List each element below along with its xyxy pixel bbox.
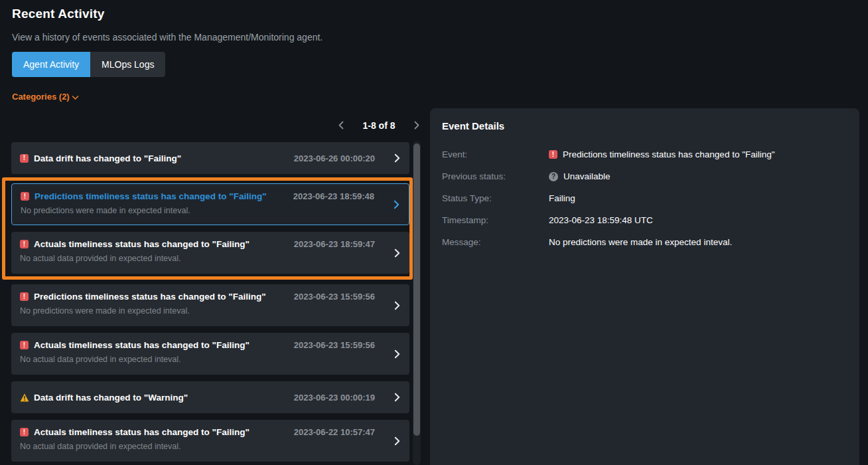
- detail-row: Message: No predictions were made in exp…: [442, 236, 847, 248]
- event-list-item[interactable]: ! Actuals timeliness status has changed …: [11, 420, 409, 462]
- detail-value: ? Unavailable: [549, 171, 611, 182]
- event-timestamp: 2023-06-26 00:00:20: [286, 153, 399, 163]
- event-timestamp: 2023-06-22 10:57:47: [286, 427, 399, 437]
- detail-value-text: Predictions timeliness status has change…: [563, 149, 775, 160]
- chevron-left-icon: [338, 121, 344, 130]
- event-message: No actual data provided in expected inte…: [20, 355, 399, 364]
- pagination-next-button[interactable]: [413, 120, 421, 131]
- event-timestamp: 2023-06-23 18:59:47: [286, 239, 399, 249]
- error-icon: !: [20, 428, 29, 436]
- event-row: ! Actuals timeliness status has changed …: [20, 340, 399, 350]
- tab-agent-activity[interactable]: Agent Activity: [12, 52, 90, 77]
- detail-value-text: Failing: [549, 193, 575, 204]
- pagination-range: 1-8 of 8: [362, 120, 395, 131]
- event-list-item[interactable]: ! Data drift has changed to "Failing" 20…: [11, 142, 409, 174]
- event-row: ! Data drift has changed to "Failing" 20…: [20, 153, 399, 163]
- detail-row: Status Type: Failing: [442, 193, 847, 204]
- detail-value-text: No predictions were made in expected int…: [549, 236, 732, 248]
- detail-value: 2023-06-23 18:59:48 UTC: [549, 215, 653, 226]
- event-details-title: Event Details: [442, 120, 847, 132]
- categories-toggle[interactable]: Categories (2): [12, 92, 79, 102]
- detail-value: No predictions were made in expected int…: [549, 236, 732, 248]
- error-icon: !: [21, 192, 29, 201]
- event-title: Predictions timeliness status has change…: [34, 292, 266, 302]
- event-timestamp: 2023-06-23 15:59:56: [286, 292, 399, 302]
- chevron-right-icon[interactable]: [394, 393, 400, 402]
- event-title: Predictions timeliness status has change…: [35, 191, 267, 201]
- event-row: Data drift has changed to "Warning" 2023…: [20, 393, 399, 403]
- event-details-rows: Event: ! Predictions timeliness status h…: [442, 149, 847, 248]
- event-details-panel: Event Details Event: ! Predictions timel…: [430, 108, 859, 465]
- event-title: Data drift has changed to "Warning": [34, 393, 188, 403]
- chevron-right-icon[interactable]: [394, 153, 400, 163]
- event-row: ! Predictions timeliness status has chan…: [21, 191, 398, 201]
- error-icon: !: [549, 150, 557, 159]
- pagination: 1-8 of 8: [337, 120, 421, 131]
- detail-row: Event: ! Predictions timeliness status h…: [442, 149, 847, 160]
- event-message: No predictions were made in expected int…: [21, 206, 398, 215]
- error-icon: !: [20, 154, 29, 163]
- chevron-right-icon[interactable]: [394, 248, 400, 258]
- event-title: Actuals timeliness status has changed to…: [34, 427, 250, 437]
- event-title: Data drift has changed to "Failing": [34, 153, 181, 163]
- event-message: No predictions were made in expected int…: [20, 306, 399, 316]
- event-message: No actual data provided in expected inte…: [20, 254, 399, 263]
- pagination-prev-button[interactable]: [337, 120, 345, 131]
- warning-icon: [20, 393, 29, 402]
- categories-label: Categories (2): [12, 92, 70, 102]
- detail-label: Message:: [442, 236, 549, 248]
- page-title: Recent Activity: [12, 7, 105, 21]
- page-subtitle: View a history of events associated with…: [12, 32, 323, 43]
- chevron-right-icon[interactable]: [394, 349, 400, 359]
- chevron-right-icon[interactable]: [394, 436, 400, 446]
- detail-value-text: 2023-06-23 18:59:48 UTC: [549, 215, 653, 226]
- detail-label: Timestamp:: [442, 215, 549, 226]
- event-row: ! Actuals timeliness status has changed …: [20, 427, 399, 437]
- event-list-item[interactable]: ! Predictions timeliness status has chan…: [11, 183, 409, 225]
- detail-label: Previous status:: [442, 171, 549, 182]
- error-icon: !: [20, 240, 29, 248]
- detail-row: Previous status: ? Unavailable: [442, 171, 847, 182]
- tab-group: Agent ActivityMLOps Logs: [12, 52, 165, 77]
- event-message: No actual data provided in expected inte…: [20, 442, 399, 451]
- event-list-item[interactable]: ! Predictions timeliness status has chan…: [11, 284, 409, 326]
- event-timestamp: 2023-06-23 18:59:48: [285, 191, 398, 201]
- detail-row: Timestamp: 2023-06-23 18:59:48 UTC: [442, 215, 847, 226]
- event-title: Actuals timeliness status has changed to…: [34, 239, 250, 249]
- event-timestamp: 2023-06-23 00:00:19: [286, 393, 399, 403]
- tab-mlops-logs[interactable]: MLOps Logs: [90, 52, 165, 77]
- chevron-right-icon[interactable]: [394, 200, 399, 209]
- event-list-item[interactable]: ! Actuals timeliness status has changed …: [11, 333, 409, 375]
- error-icon: !: [20, 341, 29, 349]
- event-list-item[interactable]: Data drift has changed to "Warning" 2023…: [11, 381, 409, 413]
- detail-value: ! Predictions timeliness status has chan…: [549, 149, 775, 160]
- chevron-down-icon: [72, 95, 79, 100]
- event-row: ! Actuals timeliness status has changed …: [20, 239, 399, 249]
- chevron-right-icon: [414, 121, 419, 130]
- highlight-outline: ! Predictions timeliness status has chan…: [2, 177, 413, 280]
- detail-label: Event:: [442, 149, 549, 160]
- chevron-right-icon[interactable]: [394, 301, 400, 310]
- detail-value-text: Unavailable: [563, 171, 611, 182]
- question-icon: ?: [549, 172, 558, 181]
- error-icon: !: [20, 292, 29, 301]
- event-title: Actuals timeliness status has changed to…: [34, 340, 250, 350]
- event-timestamp: 2023-06-23 15:59:56: [286, 340, 399, 350]
- detail-value: Failing: [549, 193, 575, 204]
- event-row: ! Predictions timeliness status has chan…: [20, 292, 399, 302]
- scrollbar-thumb[interactable]: [413, 143, 420, 436]
- scrollbar-track[interactable]: [413, 141, 421, 465]
- event-list-item[interactable]: ! Actuals timeliness status has changed …: [11, 232, 409, 274]
- detail-label: Status Type:: [442, 193, 549, 204]
- event-list: ! Data drift has changed to "Failing" 20…: [11, 142, 409, 465]
